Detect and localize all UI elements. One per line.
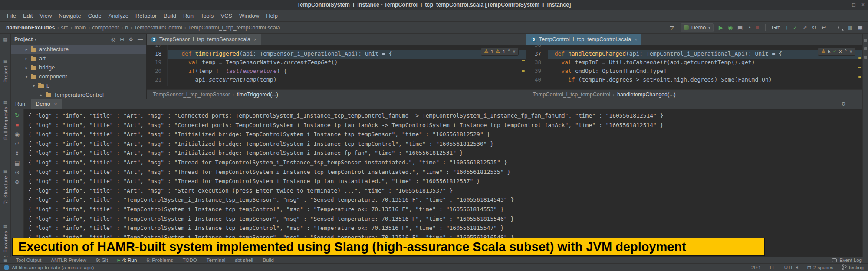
breadcrumb-method[interactable]: handletempChanged(...)	[617, 91, 676, 98]
toolwindow-tab-6-problems[interactable]: 6: Problems	[141, 258, 178, 263]
menu-item-help[interactable]: Help	[263, 11, 281, 21]
caret-position[interactable]: 29:1	[751, 265, 761, 270]
breadcrumb-item[interactable]: TemperatureControl	[133, 25, 183, 31]
toolwindow-tab-4-run[interactable]: ▶4: Run	[113, 258, 142, 263]
build-project-icon[interactable]	[670, 25, 676, 30]
toolstrip-pull-requests[interactable]: ▦Pull Requests	[0, 100, 11, 140]
gear-icon[interactable]: ⚙	[128, 36, 133, 42]
chevron-right-icon[interactable]: ▸	[23, 47, 30, 52]
breadcrumb-item[interactable]: src	[60, 25, 69, 31]
breadcrumb-item[interactable]: hamr-nonExcludes	[5, 25, 56, 31]
code-area[interactable]: 3637383940 def handletempChanged(api: Te…	[526, 45, 862, 89]
coverage-icon[interactable]: ▤	[737, 25, 743, 30]
close-tab-icon[interactable]: ×	[635, 37, 637, 42]
inspection-widget[interactable]: ⚠1⚠4^v	[481, 47, 519, 56]
warning-stripe-mark[interactable]	[858, 57, 861, 59]
menu-item-vcs[interactable]: VCS	[217, 11, 236, 21]
git-branch-widget[interactable]: testing	[842, 264, 864, 270]
toolwindow-tab-todo[interactable]: TODO	[178, 258, 202, 263]
collapse-all-icon[interactable]: ⊟	[120, 36, 124, 42]
profiler-icon[interactable]: ◔	[747, 25, 751, 30]
tool-window-switcher-icon[interactable]: ▦	[0, 258, 11, 263]
next-warning-icon[interactable]: v	[513, 49, 515, 54]
chevron-down-icon[interactable]: ▾	[31, 84, 37, 88]
breadcrumb-class[interactable]: TempControl_i_tcp_tempControl	[533, 91, 610, 98]
breadcrumb-item[interactable]: b	[124, 25, 129, 31]
indent-widget[interactable]: ⊞ 2 spaces	[807, 264, 833, 271]
menu-item-run[interactable]: Run	[180, 11, 197, 21]
prev-warning-icon[interactable]: ^	[845, 49, 847, 54]
run-button-icon[interactable]: ▶	[719, 25, 723, 30]
breadcrumb-method[interactable]: timeTriggered(...)	[237, 91, 278, 98]
chevron-right-icon[interactable]: ▸	[38, 93, 44, 97]
print-icon[interactable]: ▤	[14, 160, 20, 166]
file-encoding[interactable]: UTF-8	[784, 265, 799, 270]
tree-item-bridge[interactable]: ▸bridge	[11, 63, 146, 72]
title-bar[interactable]: TempControlSystem_i_Instance - TempContr…	[0, 0, 868, 10]
menu-item-tools[interactable]: Tools	[197, 11, 217, 21]
toolwindow-tab-tool-output[interactable]: Tool Output	[11, 258, 46, 263]
tool-window-icon[interactable]	[864, 47, 867, 50]
close-tab-icon[interactable]: ×	[54, 101, 57, 107]
menu-item-code[interactable]: Code	[85, 11, 105, 21]
line-separator[interactable]: LF	[769, 265, 775, 270]
breadcrumb-item[interactable]: TempControl_i_tcp_tempControl.scala	[187, 25, 281, 31]
warning-stripe-mark[interactable]	[858, 76, 861, 78]
search-icon[interactable]	[838, 26, 842, 29]
tab-tempcontrol-file[interactable]: S TempControl_i_tcp_tempControl.scala ×	[526, 34, 641, 45]
run-config-selector[interactable]: Demo ▾	[681, 23, 714, 32]
chevron-down-icon[interactable]: ▾	[34, 37, 36, 42]
tool-window-icon[interactable]	[864, 39, 867, 42]
warning-stripe-mark[interactable]	[522, 70, 525, 72]
layout-left-icon[interactable]: ▥	[847, 25, 852, 30]
stop-icon[interactable]: ■	[16, 122, 19, 127]
tool-window-icon[interactable]	[864, 56, 867, 59]
thread-dump-icon[interactable]: ◉	[15, 131, 20, 137]
hide-panel-icon[interactable]: —	[138, 36, 143, 42]
editor-breadcrumb[interactable]: TempSensor_i_tsp_tempSensor›timeTriggere…	[147, 89, 526, 99]
menu-item-refactor[interactable]: Refactor	[132, 11, 160, 21]
menu-item-edit[interactable]: Edit	[20, 11, 36, 21]
menu-item-build[interactable]: Build	[160, 11, 180, 21]
layout-right-icon[interactable]: ▦	[858, 25, 863, 30]
toolstrip-favorites[interactable]: ▦2: Favorites	[0, 224, 11, 259]
tool-windows-icon[interactable]: ▦	[0, 36, 11, 42]
toolwindow-tab-9-git[interactable]: 9: Git	[91, 258, 112, 263]
event-log-button[interactable]: Event Log	[832, 258, 868, 263]
pin-icon[interactable]: ⊕	[15, 179, 20, 185]
breadcrumb-item[interactable]: component	[91, 25, 120, 31]
hide-panel-icon[interactable]: —	[852, 101, 857, 107]
close-icon[interactable]: ×	[861, 2, 865, 8]
git-commit-icon[interactable]: ✓	[793, 25, 798, 30]
chevron-right-icon[interactable]: ▸	[23, 65, 30, 70]
toolwindow-tab-sbt-shell[interactable]: sbt shell	[230, 258, 258, 263]
tree-item-art[interactable]: ▸art	[11, 54, 146, 63]
breadcrumb-item[interactable]: main	[73, 25, 87, 31]
toolstrip-structure[interactable]: ▦7: Structure	[0, 169, 11, 204]
menu-item-file[interactable]: File	[3, 11, 20, 21]
console-output[interactable]: { "log" : "info", "title" : "Art", "msg"…	[24, 109, 862, 257]
locate-file-icon[interactable]: ◎	[111, 36, 115, 42]
tree-item-temperaturecontrol[interactable]: ▸TemperatureControl	[11, 90, 146, 99]
git-push-icon[interactable]: ↗	[802, 25, 807, 30]
scroll-to-end-icon[interactable]: ⇟	[15, 150, 20, 156]
clear-all-icon[interactable]: ⊘	[15, 170, 20, 175]
chevron-down-icon[interactable]: ▾	[23, 75, 30, 79]
toolstrip-project[interactable]: ▦Project	[0, 59, 11, 83]
git-revert-icon[interactable]: ↩	[822, 25, 826, 30]
chevron-right-icon[interactable]: ▸	[23, 56, 30, 61]
stop-button-icon[interactable]: ■	[756, 25, 759, 30]
minimize-icon[interactable]: —	[841, 2, 846, 8]
close-tab-icon[interactable]: ×	[254, 37, 256, 42]
toolwindow-tab-antlr-preview[interactable]: ANTLR Preview	[46, 258, 91, 263]
debug-bug-icon[interactable]: ◉	[728, 25, 733, 30]
gear-icon[interactable]: ⚙	[841, 101, 846, 107]
rerun-icon[interactable]: ↻	[15, 112, 20, 118]
maximize-icon[interactable]: □	[852, 2, 855, 8]
toolwindow-tab-build[interactable]: Build	[258, 258, 279, 263]
warning-stripe-mark[interactable]	[858, 67, 861, 68]
prev-warning-icon[interactable]: ^	[508, 49, 510, 54]
tree-item-component[interactable]: ▾component	[11, 72, 146, 81]
next-warning-icon[interactable]: v	[850, 49, 852, 54]
menu-item-view[interactable]: View	[36, 11, 55, 21]
